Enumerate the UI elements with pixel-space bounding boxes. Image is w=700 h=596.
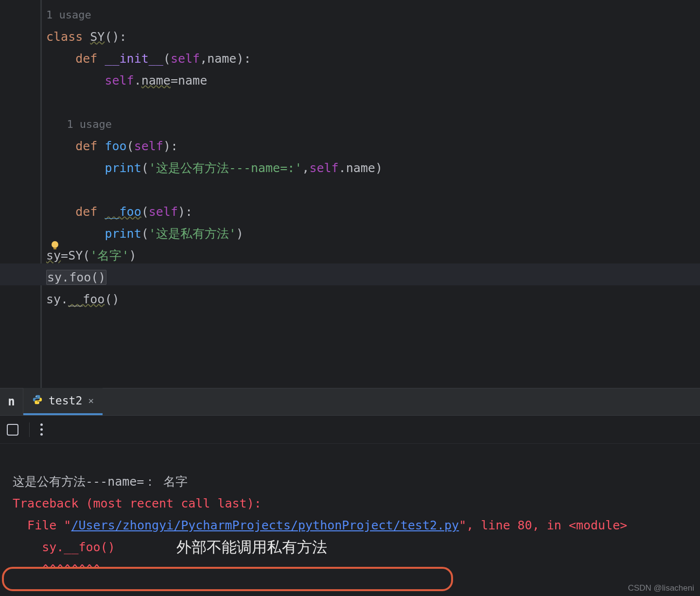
close-icon[interactable]: × [88, 395, 94, 406]
python-icon [32, 394, 43, 407]
code-line[interactable]: def __foo(self): [46, 201, 700, 223]
console-output[interactable]: 这是公有方法---name=： 名字 Traceback (most recen… [0, 444, 700, 596]
punct: (): [105, 30, 126, 44]
svg-point-3 [38, 402, 39, 403]
code-line[interactable]: print('这是公有方法---name=:',self.name) [46, 157, 700, 179]
toolbar-separator [29, 422, 30, 437]
code-line[interactable]: sy.foo() [46, 266, 700, 288]
more-actions-icon[interactable] [40, 423, 43, 436]
code-line[interactable]: sy=SY('名字') [46, 245, 700, 266]
traceback-header: Traceback (most recent call last): [13, 496, 262, 510]
run-tab-title: test2 [49, 394, 82, 407]
run-tab-stub[interactable]: n [0, 388, 23, 415]
watermark: CSDN @lisacheni [628, 583, 694, 593]
lightbulb-icon[interactable] [49, 240, 61, 251]
svg-point-2 [35, 396, 36, 397]
traceback-file-lead: File " [13, 518, 71, 532]
gutter-border [40, 0, 42, 388]
code-line[interactable]: class SY(): [46, 26, 700, 48]
class-name: SY [90, 30, 105, 44]
annotation-overlay: 外部不能调用私有方法 [176, 537, 327, 558]
code-line[interactable]: print('这是私有方法') [46, 223, 700, 245]
traceback-caret: ^^^^^^^^ [13, 562, 101, 576]
svg-rect-1 [53, 247, 56, 249]
keyword-class: class [46, 30, 90, 44]
console-stdout: 这是公有方法---name=： 名字 [13, 474, 188, 489]
method-name: __init__ [105, 52, 163, 66]
run-tool-window: n test2 × 这是公有方法---name=： 名字 Traceback (… [0, 388, 700, 596]
code-editor[interactable]: 1 usage class SY(): def __init__(self,na… [0, 0, 700, 388]
code-line-blank[interactable] [46, 179, 700, 201]
traceback-call: sy.__foo() [13, 540, 115, 554]
svg-point-0 [52, 241, 58, 248]
code-line[interactable]: sy.__foo() [46, 288, 700, 310]
inlay-hint-usage: 1 usage [46, 113, 700, 135]
inlay-hint-usage: 1 usage [46, 4, 700, 26]
code-line[interactable]: self.name=name [46, 70, 700, 91]
code-line[interactable]: def __init__(self,name): [46, 48, 700, 70]
stop-button[interactable] [7, 424, 18, 436]
code-line-blank[interactable] [46, 91, 700, 113]
run-tab-test2[interactable]: test2 × [23, 388, 103, 415]
code-line[interactable]: def foo(self): [46, 135, 700, 157]
run-tab-bar: n test2 × [0, 388, 700, 416]
run-toolbar [0, 416, 700, 444]
traceback-file-link[interactable]: /Users/zhongyi/PycharmProjects/pythonPro… [71, 518, 459, 532]
keyword-def: def [75, 52, 105, 66]
